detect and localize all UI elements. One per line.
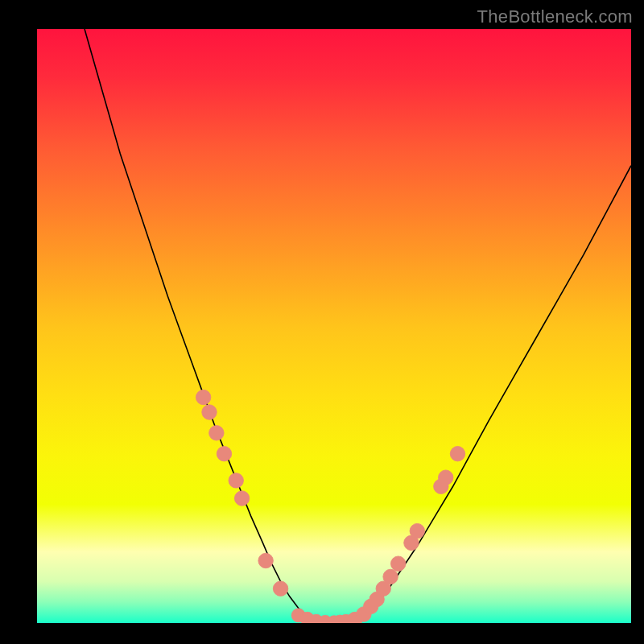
markers-right [339,446,465,623]
curve-marker [258,553,273,568]
curve-marker [273,581,287,596]
plot-area [37,29,631,623]
curve-marker [217,446,231,460]
markers-left [196,390,287,596]
curve-marker [439,470,453,485]
curve-marker [229,473,243,488]
curve-marker [450,446,464,460]
curve-marker [202,405,217,419]
curve-marker [209,426,224,440]
watermark-text: TheBottleneck.com [477,6,633,27]
bottleneck-curve [85,29,631,622]
curve-marker [410,523,424,538]
curve-marker [234,491,249,506]
curve-marker [196,390,210,404]
curve-marker [383,569,398,584]
chart-frame: TheBottleneck.com [0,0,644,644]
curve-layer [37,29,631,623]
curve-marker [390,556,405,571]
